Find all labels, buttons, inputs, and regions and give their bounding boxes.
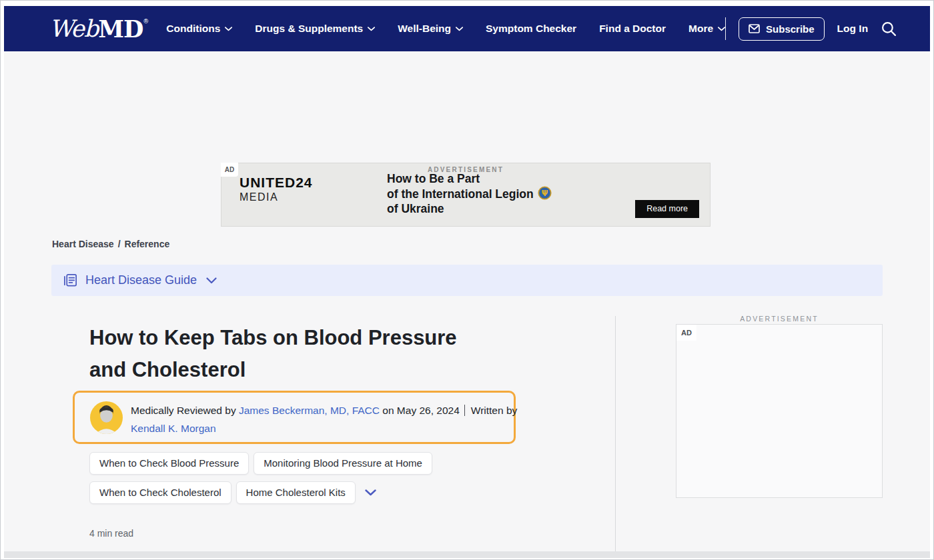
- webmd-page: WebMD® Conditions Drugs & Supplements We…: [0, 0, 934, 560]
- chevron-down-icon[interactable]: [365, 489, 376, 496]
- united24-logo-line1: UNITED24: [240, 175, 313, 191]
- chevron-down-icon: [368, 27, 375, 31]
- heart-disease-guide-bar[interactable]: Heart Disease Guide: [51, 265, 883, 296]
- headline-line2: of the International Legion: [387, 188, 534, 201]
- ad-badge: AD: [221, 163, 238, 177]
- breadcrumb-separator: /: [118, 239, 121, 249]
- united24-logo: UNITED24 MEDIA: [240, 175, 313, 203]
- reviewer-avatar[interactable]: [90, 401, 123, 434]
- chevron-down-icon: [718, 27, 725, 31]
- navbar-right-group: Subscribe Log In: [725, 17, 897, 41]
- svg-text:Ψ: Ψ: [541, 188, 548, 197]
- reviewed-prefix: Medically Reviewed by: [131, 405, 236, 416]
- webmd-logo[interactable]: WebMD®: [49, 17, 149, 41]
- banner-headline: How to Be a Part of the International Le…: [387, 173, 552, 216]
- nav-item-conditions[interactable]: Conditions: [166, 23, 232, 35]
- reviewer-link[interactable]: James Beckerman, MD, FACC: [239, 405, 380, 416]
- login-button[interactable]: Log In: [837, 23, 869, 35]
- tag-row-2: When to Check Cholesterol Home Cholester…: [89, 481, 432, 504]
- subscribe-button[interactable]: Subscribe: [739, 17, 825, 41]
- byline-divider: [464, 405, 465, 416]
- title-line2: and Cholesterol: [89, 354, 457, 386]
- breadcrumb-heart-disease[interactable]: Heart Disease: [52, 239, 114, 249]
- logo-web-text: Web: [49, 17, 98, 41]
- read-time: 4 min read: [89, 528, 133, 539]
- nav-item-label: More: [688, 23, 713, 35]
- bottom-edge-band: [4, 551, 930, 558]
- rail-advertisement-label: ADVERTISEMENT: [676, 315, 883, 323]
- rail-ad-slot: AD: [676, 324, 883, 498]
- topic-tags: When to Check Blood Pressure Monitoring …: [89, 452, 432, 511]
- ukraine-emblem-icon: Ψ: [538, 186, 552, 203]
- tag-monitoring-blood-pressure-at-home[interactable]: Monitoring Blood Pressure at Home: [254, 452, 432, 475]
- navbar-divider: [725, 17, 726, 40]
- main-nav: Conditions Drugs & Supplements Well-Bein…: [166, 23, 725, 35]
- tag-home-cholesterol-kits[interactable]: Home Cholesterol Kits: [236, 481, 356, 504]
- logo-md-text: MD: [98, 17, 143, 41]
- nav-item-label: Drugs & Supplements: [255, 23, 363, 35]
- breadcrumb: Heart Disease / Reference: [52, 239, 169, 249]
- tag-when-to-check-blood-pressure[interactable]: When to Check Blood Pressure: [89, 452, 249, 475]
- chevron-down-icon: [456, 27, 463, 31]
- title-line1: How to Keep Tabs on Blood Pressure: [89, 322, 457, 354]
- reviewed-date: on May 26, 2024: [382, 405, 459, 416]
- chevron-down-icon[interactable]: [206, 277, 217, 284]
- nav-item-well-being[interactable]: Well-Being: [398, 23, 463, 35]
- author-link[interactable]: Kendall K. Morgan: [131, 423, 216, 434]
- nav-item-label: Symptom Checker: [486, 23, 576, 35]
- registered-mark: ®: [143, 19, 149, 25]
- page-title: How to Keep Tabs on Blood Pressure and C…: [89, 322, 457, 386]
- nav-item-drugs-supplements[interactable]: Drugs & Supplements: [255, 23, 375, 35]
- search-icon[interactable]: [881, 21, 897, 37]
- nav-item-find-a-doctor[interactable]: Find a Doctor: [599, 23, 666, 35]
- nav-item-symptom-checker[interactable]: Symptom Checker: [486, 23, 576, 35]
- nav-item-label: Well-Being: [398, 23, 451, 35]
- guide-bar-label: Heart Disease Guide: [85, 273, 197, 287]
- nav-item-more[interactable]: More: [688, 23, 725, 35]
- written-prefix: Written by: [471, 405, 518, 416]
- byline-line2: Kendall K. Morgan: [131, 419, 517, 437]
- tag-when-to-check-cholesterol[interactable]: When to Check Cholesterol: [89, 481, 231, 504]
- tag-row-1: When to Check Blood Pressure Monitoring …: [89, 452, 432, 475]
- column-divider: [615, 316, 616, 551]
- byline-box: Medically Reviewed by James Beckerman, M…: [73, 391, 516, 444]
- subscribe-label: Subscribe: [766, 23, 815, 35]
- headline-line3: of Ukraine: [387, 203, 444, 216]
- united24-logo-line2: MEDIA: [240, 191, 313, 203]
- byline-line1: Medically Reviewed by James Beckerman, M…: [131, 401, 517, 419]
- byline-text: Medically Reviewed by James Beckerman, M…: [131, 401, 517, 437]
- envelope-icon: [749, 24, 760, 33]
- nav-item-label: Conditions: [166, 23, 220, 35]
- nav-item-label: Find a Doctor: [599, 23, 666, 35]
- banner-ad[interactable]: ADVERTISEMENT AD UNITED24 MEDIA How to B…: [221, 163, 711, 227]
- guide-book-icon: [63, 273, 78, 288]
- chevron-down-icon: [225, 27, 232, 31]
- read-more-button[interactable]: Read more: [635, 200, 699, 218]
- breadcrumb-reference[interactable]: Reference: [125, 239, 170, 249]
- ad-badge: AD: [676, 325, 696, 341]
- top-navbar: WebMD® Conditions Drugs & Supplements We…: [4, 6, 930, 51]
- headline-line1: How to Be a Part: [387, 173, 480, 186]
